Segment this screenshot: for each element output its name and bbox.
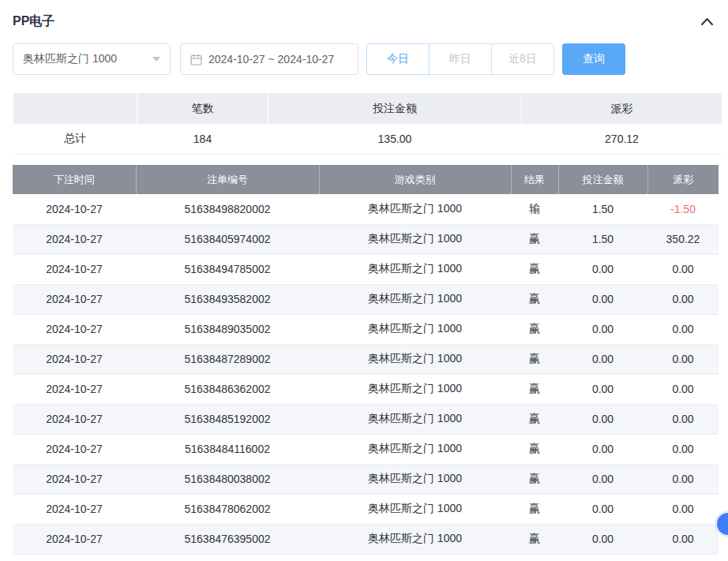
panel-header: PP电子 bbox=[13, 0, 719, 43]
bet-amount-cell: 0.00 bbox=[558, 494, 647, 524]
bet-id-cell: 51638478062002 bbox=[136, 494, 319, 524]
bet-amount-cell: 0.00 bbox=[558, 404, 647, 434]
bet-id-cell: 51638476395002 bbox=[136, 524, 319, 554]
table-row: 2024-10-2751638498820002奥林匹斯之门 1000输1.50… bbox=[13, 194, 719, 224]
summary-total-label: 总计 bbox=[13, 124, 137, 155]
page-title: PP电子 bbox=[13, 13, 54, 30]
game-type-cell: 奥林匹斯之门 1000 bbox=[319, 194, 511, 224]
pp-electronic-panel: PP电子 奥林匹斯之门 1000 2024-10-27 ~ 2024-10-27… bbox=[0, 0, 728, 561]
summary-header-empty bbox=[13, 93, 137, 124]
table-row: 2024-10-2751638478062002奥林匹斯之门 1000赢0.00… bbox=[13, 494, 719, 524]
bet-table-body: 2024-10-2751638498820002奥林匹斯之门 1000输1.50… bbox=[13, 194, 719, 554]
bet-time-cell: 2024-10-27 bbox=[13, 284, 136, 314]
bet-time-cell: 2024-10-27 bbox=[13, 464, 136, 494]
filter-bar: 奥林匹斯之门 1000 2024-10-27 ~ 2024-10-27 今日 昨… bbox=[13, 43, 719, 75]
bet-amount-cell: 0.00 bbox=[558, 314, 647, 344]
bet-id-cell: 51638484116002 bbox=[136, 434, 319, 464]
header-payout: 派彩 bbox=[647, 165, 719, 194]
query-button[interactable]: 查询 bbox=[562, 43, 625, 75]
table-row: 2024-10-2751638485192002奥林匹斯之门 1000赢0.00… bbox=[13, 404, 719, 434]
table-row: 2024-10-2751638489035002奥林匹斯之门 1000赢0.00… bbox=[13, 314, 719, 344]
bet-time-cell: 2024-10-27 bbox=[13, 524, 136, 554]
bet-id-cell: 51638489035002 bbox=[136, 314, 319, 344]
result-cell: 赢 bbox=[511, 314, 558, 344]
summary-header-row: 笔数 投注金额 派彩 bbox=[13, 93, 722, 124]
header-game-type: 游戏类别 bbox=[319, 165, 511, 194]
bet-time-cell: 2024-10-27 bbox=[13, 404, 136, 434]
table-row: 2024-10-2751638493582002奥林匹斯之门 1000赢0.00… bbox=[13, 284, 719, 314]
bet-amount-cell: 1.50 bbox=[558, 194, 647, 224]
last-8-days-button[interactable]: 近8日 bbox=[491, 43, 554, 75]
payout-cell: 0.00 bbox=[647, 254, 719, 284]
bet-id-cell: 51638486362002 bbox=[136, 374, 319, 404]
bet-time-cell: 2024-10-27 bbox=[13, 314, 136, 344]
table-row: 2024-10-2751638494785002奥林匹斯之门 1000赢0.00… bbox=[13, 254, 719, 284]
date-shortcut-group: 今日 昨日 近8日 bbox=[366, 43, 554, 75]
result-cell: 赢 bbox=[511, 374, 558, 404]
game-type-cell: 奥林匹斯之门 1000 bbox=[319, 314, 511, 344]
bet-amount-cell: 1.50 bbox=[558, 224, 647, 254]
payout-cell: 350.22 bbox=[647, 224, 719, 254]
game-type-cell: 奥林匹斯之门 1000 bbox=[319, 494, 511, 524]
result-cell: 赢 bbox=[511, 524, 558, 554]
game-type-cell: 奥林匹斯之门 1000 bbox=[319, 524, 511, 554]
bet-amount-cell: 0.00 bbox=[558, 434, 647, 464]
chevron-up-icon[interactable] bbox=[700, 17, 714, 26]
bet-amount-cell: 0.00 bbox=[558, 344, 647, 374]
payout-cell: 0.00 bbox=[647, 434, 719, 464]
payout-cell: 0.00 bbox=[647, 464, 719, 494]
date-range-input[interactable]: 2024-10-27 ~ 2024-10-27 bbox=[180, 43, 358, 75]
result-cell: 赢 bbox=[511, 464, 558, 494]
summary-header-count: 笔数 bbox=[137, 93, 268, 124]
header-result: 结果 bbox=[511, 165, 558, 194]
game-type-cell: 奥林匹斯之门 1000 bbox=[319, 464, 511, 494]
payout-cell: 0.00 bbox=[647, 494, 719, 524]
bet-id-cell: 51638480038002 bbox=[136, 464, 319, 494]
result-cell: 赢 bbox=[511, 344, 558, 374]
bet-time-cell: 2024-10-27 bbox=[13, 434, 136, 464]
bet-amount-cell: 0.00 bbox=[558, 464, 647, 494]
game-type-cell: 奥林匹斯之门 1000 bbox=[319, 434, 511, 464]
summary-total-payout: 270.12 bbox=[522, 124, 722, 155]
bet-id-cell: 51638493582002 bbox=[136, 284, 319, 314]
summary-header-bet-amount: 投注金额 bbox=[268, 93, 521, 124]
table-row: 2024-10-2751638476395002奥林匹斯之门 1000赢0.00… bbox=[13, 524, 719, 554]
bet-id-cell: 51638498820002 bbox=[136, 194, 319, 224]
bet-id-cell: 51638494785002 bbox=[136, 254, 319, 284]
bet-amount-cell: 0.00 bbox=[558, 374, 647, 404]
table-row: 2024-10-2751638487289002奥林匹斯之门 1000赢0.00… bbox=[13, 344, 719, 374]
result-cell: 赢 bbox=[511, 494, 558, 524]
bet-id-cell: 51638485192002 bbox=[136, 404, 319, 434]
summary-total-row: 总计 184 135.00 270.12 bbox=[13, 124, 722, 155]
game-type-cell: 奥林匹斯之门 1000 bbox=[319, 344, 511, 374]
bet-time-cell: 2024-10-27 bbox=[13, 494, 136, 524]
result-cell: 赢 bbox=[511, 224, 558, 254]
yesterday-button[interactable]: 昨日 bbox=[429, 43, 492, 75]
chevron-down-icon bbox=[152, 57, 160, 62]
payout-cell: 0.00 bbox=[647, 314, 719, 344]
payout-cell: -1.50 bbox=[647, 194, 719, 224]
bet-id-cell: 51638487289002 bbox=[136, 344, 319, 374]
bet-amount-cell: 0.00 bbox=[558, 254, 647, 284]
game-type-cell: 奥林匹斯之门 1000 bbox=[319, 224, 511, 254]
summary-total-count: 184 bbox=[137, 124, 268, 155]
header-bet-time: 下注时间 bbox=[13, 165, 136, 194]
table-row: 2024-10-2751638405974002奥林匹斯之门 1000赢1.50… bbox=[13, 224, 719, 254]
today-button[interactable]: 今日 bbox=[366, 43, 430, 75]
result-cell: 输 bbox=[511, 194, 558, 224]
payout-cell: 0.00 bbox=[647, 404, 719, 434]
summary-header-payout: 派彩 bbox=[522, 93, 722, 124]
bet-table-header-row: 下注时间 注单编号 游戏类别 结果 投注金额 派彩 bbox=[13, 165, 719, 194]
payout-cell: 0.00 bbox=[647, 524, 719, 554]
game-select-value: 奥林匹斯之门 1000 bbox=[23, 52, 117, 66]
summary-table: 笔数 投注金额 派彩 总计 184 135.00 270.12 bbox=[13, 93, 722, 155]
result-cell: 赢 bbox=[511, 404, 558, 434]
bet-time-cell: 2024-10-27 bbox=[13, 224, 136, 254]
header-bet-id: 注单编号 bbox=[136, 165, 319, 194]
game-select[interactable]: 奥林匹斯之门 1000 bbox=[13, 43, 171, 75]
game-type-cell: 奥林匹斯之门 1000 bbox=[319, 374, 511, 404]
game-type-cell: 奥林匹斯之门 1000 bbox=[319, 254, 511, 284]
payout-cell: 0.00 bbox=[647, 284, 719, 314]
result-cell: 赢 bbox=[511, 284, 558, 314]
table-row: 2024-10-2751638480038002奥林匹斯之门 1000赢0.00… bbox=[13, 464, 719, 494]
